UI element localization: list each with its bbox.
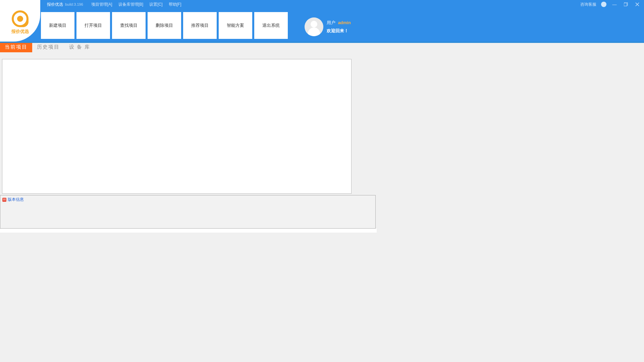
- version-row: 版本信息: [2, 197, 373, 202]
- support-link[interactable]: 咨询客服: [580, 2, 596, 7]
- tab-strip: 当前项目 历史项目 设 备 库: [0, 43, 644, 52]
- app-title: 报价优选: [47, 2, 63, 7]
- header: 报价优选 新建项目 打开项目 查找项目 删除项目 推荐项目 智能方案 退出系统 …: [0, 9, 644, 42]
- content-row: [0, 52, 644, 194]
- tab-device-library[interactable]: 设 备 库: [64, 43, 95, 52]
- user-area: 用户 admin 欢迎回来！: [305, 9, 351, 42]
- tab-history-projects[interactable]: 历史项目: [32, 43, 64, 52]
- delete-project-button[interactable]: 删除项目: [148, 12, 181, 39]
- smart-plan-button[interactable]: 智能方案: [219, 12, 252, 39]
- open-project-button[interactable]: 打开项目: [76, 12, 110, 39]
- user-text: 用户 admin 欢迎回来！: [327, 20, 351, 34]
- logo-icon: [12, 10, 29, 27]
- version-panel: 版本信息: [0, 195, 376, 229]
- project-panel: [2, 59, 352, 194]
- user-name: admin: [338, 20, 351, 25]
- maximize-button[interactable]: [623, 1, 629, 8]
- menu-project-mgmt[interactable]: 项目管理[A]: [91, 2, 112, 7]
- version-label[interactable]: 版本信息: [8, 197, 24, 202]
- toolbar: 新建项目 打开项目 查找项目 删除项目 推荐项目 智能方案 退出系统: [41, 9, 288, 42]
- close-button[interactable]: [634, 1, 641, 8]
- support-qq-icon[interactable]: [601, 2, 606, 7]
- tab-current-projects[interactable]: 当前项目: [0, 43, 32, 52]
- svg-rect-1: [624, 3, 627, 6]
- search-project-button[interactable]: 查找项目: [112, 12, 146, 39]
- menubar: 报价优选 build:3.196 项目管理[A] 设备库管理[B] 设置[C] …: [0, 0, 644, 9]
- logo: 报价优选: [0, 0, 40, 42]
- exit-system-button[interactable]: 退出系统: [254, 12, 288, 39]
- menubar-right: 咨询客服 —: [580, 1, 644, 8]
- welcome-text: 欢迎回来！: [327, 28, 351, 34]
- logo-text: 报价优选: [11, 28, 29, 35]
- user-label: 用户: [327, 20, 335, 25]
- document-icon: [2, 198, 6, 202]
- avatar: [305, 17, 323, 36]
- menu-settings[interactable]: 设置[C]: [149, 2, 162, 7]
- recommend-project-button[interactable]: 推荐项目: [183, 12, 217, 39]
- menu-device-lib[interactable]: 设备库管理[B]: [118, 2, 144, 7]
- bottom-strip: [0, 229, 377, 233]
- build-label: build:3.196: [65, 2, 83, 6]
- new-project-button[interactable]: 新建项目: [41, 12, 74, 39]
- user-line1: 用户 admin: [327, 20, 351, 26]
- menu-help[interactable]: 帮助[F]: [169, 2, 181, 7]
- minimize-button[interactable]: —: [611, 1, 618, 8]
